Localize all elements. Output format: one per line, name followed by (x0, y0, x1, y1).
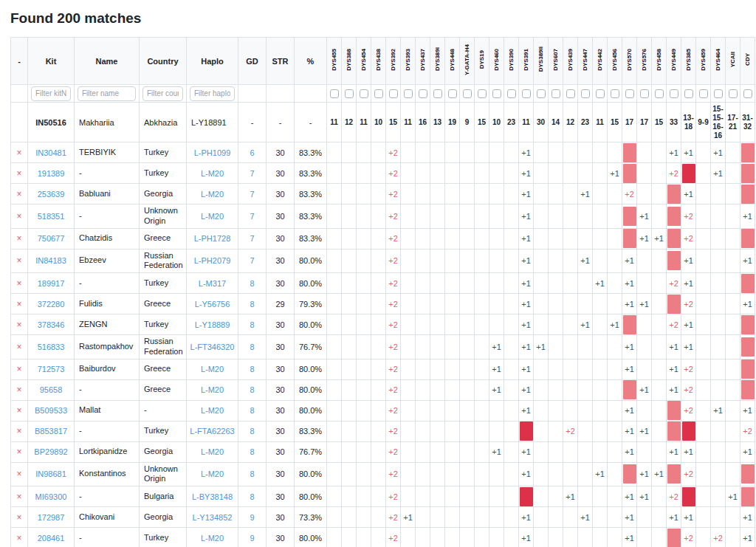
marker-select-checkbox[interactable] (699, 89, 708, 98)
remove-match-button[interactable]: × (16, 299, 21, 309)
remove-match-button[interactable]: × (16, 211, 21, 221)
haplogroup-link[interactable]: L-Y18889 (195, 320, 230, 329)
remove-match-button[interactable]: × (16, 469, 21, 479)
haplogroup-link[interactable]: L-M20 (201, 447, 224, 456)
kit-link[interactable]: MI69300 (35, 492, 67, 501)
haplogroup-link[interactable]: L-M20 (201, 469, 224, 478)
remove-match-button[interactable]: × (16, 364, 21, 374)
kit-link[interactable]: BP29892 (34, 447, 67, 456)
haplogroup-link[interactable]: L-M20 (201, 534, 224, 543)
kit-link[interactable]: IN30481 (35, 148, 66, 157)
haplogroup-link[interactable]: L-FTA62263 (190, 427, 234, 436)
remove-match-button[interactable]: × (16, 385, 21, 395)
kit-link[interactable]: 516833 (38, 343, 65, 351)
haplogroup-link[interactable]: L-PH1728 (194, 234, 231, 243)
marker-checkbox-cell (342, 85, 357, 103)
marker-select-checkbox[interactable] (596, 89, 605, 98)
kit-link[interactable]: 189917 (38, 279, 65, 288)
marker-select-checkbox[interactable] (448, 89, 457, 98)
remove-match-button[interactable]: × (16, 342, 21, 352)
marker-cell (504, 528, 519, 547)
kit-link[interactable]: 750677 (38, 234, 65, 243)
kit-link[interactable]: B509533 (35, 406, 67, 415)
marker-select-checkbox[interactable] (404, 89, 413, 98)
remove-match-button[interactable]: × (16, 189, 21, 199)
haplogroup-link[interactable]: L-M20 (201, 406, 224, 415)
name-filter-input[interactable] (78, 86, 136, 101)
remove-match-button[interactable]: × (16, 233, 21, 244)
haplogroup-link[interactable]: L-M20 (201, 212, 224, 221)
country-filter-input[interactable] (142, 86, 183, 101)
marker-select-checkbox[interactable] (389, 89, 398, 98)
marker-select-checkbox[interactable] (360, 89, 368, 98)
haplogroup-link[interactable]: L-M20 (201, 385, 224, 394)
marker-select-checkbox[interactable] (537, 89, 546, 98)
haplogroup-filter-input[interactable] (190, 86, 235, 101)
kit-link[interactable]: 95658 (40, 385, 63, 394)
kit-link[interactable]: B853817 (35, 427, 67, 436)
haplogroup-link[interactable]: L-PH1099 (194, 148, 231, 157)
marker-select-checkbox[interactable] (507, 89, 516, 98)
marker-cell (327, 379, 342, 400)
remove-match-button[interactable]: × (16, 426, 21, 436)
marker-select-checkbox[interactable] (714, 89, 723, 98)
kit-link[interactable]: 208461 (38, 534, 65, 543)
kit-link[interactable]: 712573 (38, 365, 65, 374)
remove-match-button[interactable]: × (16, 168, 21, 179)
marker-select-checkbox[interactable] (374, 89, 383, 98)
marker-select-checkbox[interactable] (522, 89, 531, 98)
marker-select-checkbox[interactable] (419, 89, 427, 98)
marker-select-checkbox[interactable] (566, 89, 575, 98)
remove-match-button[interactable]: × (16, 447, 21, 457)
remove-match-button[interactable]: × (16, 533, 21, 543)
name-cell: Fulidis (75, 294, 140, 314)
haplogroup-link[interactable]: L-Y134852 (193, 513, 233, 522)
marker-select-checkbox[interactable] (330, 89, 339, 98)
marker-select-checkbox[interactable] (581, 89, 590, 98)
marker-select-checkbox[interactable] (611, 89, 619, 98)
haplogroup-link[interactable]: L-M20 (201, 190, 224, 199)
marker-cell (549, 528, 563, 547)
remove-match-button[interactable]: × (16, 255, 21, 266)
marker-select-checkbox[interactable] (345, 89, 354, 98)
remove-match-button[interactable]: × (16, 278, 21, 289)
kit-link[interactable]: 518351 (38, 212, 65, 221)
remove-match-button[interactable]: × (16, 320, 21, 330)
marker-select-checkbox[interactable] (478, 89, 487, 98)
marker-select-checkbox[interactable] (551, 89, 560, 98)
marker-select-checkbox[interactable] (625, 89, 634, 98)
marker-cell (489, 421, 504, 441)
kit-link[interactable]: IN98681 (35, 469, 66, 478)
haplogroup-link[interactable]: L-M317 (199, 279, 226, 288)
kit-filter-input[interactable] (31, 86, 71, 101)
haplogroup-link[interactable]: L-Y56756 (195, 300, 230, 309)
kit-link[interactable]: 191389 (38, 169, 65, 178)
marker-select-checkbox[interactable] (670, 89, 678, 98)
marker-select-checkbox[interactable] (684, 89, 693, 98)
remove-match-button[interactable]: × (16, 492, 21, 502)
haplogroup-link[interactable]: L-M20 (201, 365, 224, 374)
marker-select-checkbox[interactable] (655, 89, 664, 98)
kit-link[interactable]: 378346 (38, 320, 65, 329)
haplogroup-link[interactable]: L-PH2079 (194, 256, 231, 265)
kit-link[interactable]: 172987 (38, 513, 65, 522)
kit-link[interactable]: 372280 (38, 300, 65, 309)
kit-link[interactable]: IN84183 (35, 256, 66, 265)
marker-cell (327, 441, 342, 462)
kit-link[interactable]: 253639 (38, 190, 65, 199)
haplogroup-link[interactable]: L-BY38148 (192, 492, 233, 501)
haplogroup-link[interactable]: L-FT346320 (190, 343, 235, 351)
remove-match-button[interactable]: × (16, 405, 21, 416)
marker-select-checkbox[interactable] (729, 89, 738, 98)
marker-cell (504, 421, 519, 441)
remove-match-button[interactable]: × (16, 148, 21, 158)
marker-select-checkbox[interactable] (463, 89, 472, 98)
marker-select-checkbox[interactable] (492, 89, 501, 98)
marker-select-checkbox[interactable] (743, 89, 752, 98)
remove-match-button[interactable]: × (16, 512, 21, 523)
marker-select-checkbox[interactable] (433, 89, 442, 98)
marker-select-checkbox[interactable] (640, 89, 649, 98)
haplogroup-link[interactable]: L-M20 (201, 169, 224, 178)
marker-cell (726, 335, 740, 359)
match-row: ×372280FulidisGreeceL-Y5675682979.3%+2+1… (11, 294, 755, 314)
